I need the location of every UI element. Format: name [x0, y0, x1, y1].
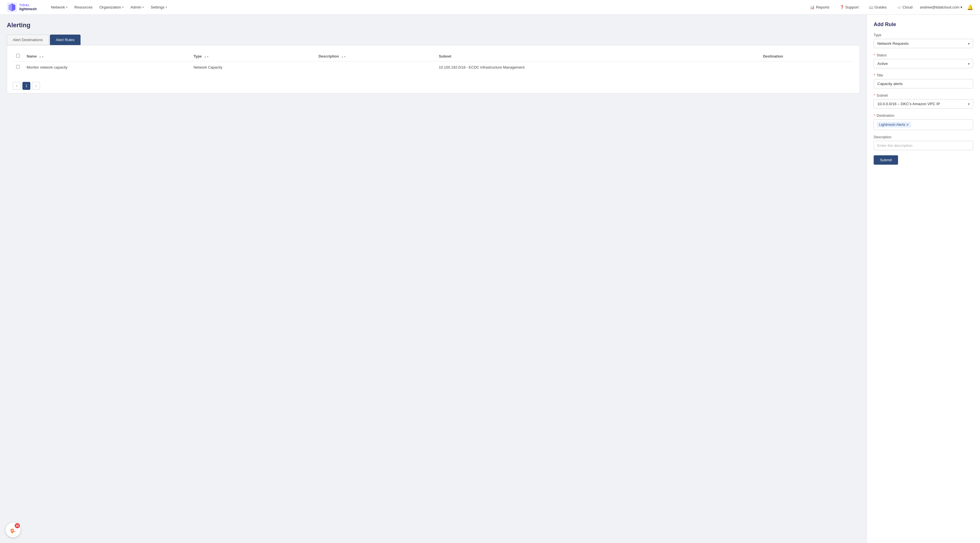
row-subnet: 10.100.192.0/18 - ECDC Infrastructure Ma…	[436, 62, 760, 73]
destination-field-group: * Destination Lightmesh Alerts ×	[873, 114, 973, 130]
table-container: Name ▲▼ Type ▲▼ Description ▲▼	[7, 45, 860, 94]
right-panel: Add Rule Type Network Requests Network C…	[867, 15, 980, 543]
col-subnet: Subnet	[436, 51, 760, 62]
logo-lightmesh-text: lightmesh	[19, 7, 37, 11]
chevron-down-icon: ▾	[142, 6, 144, 9]
navbar: tidal lightmesh Network ▾ Resources Orga…	[0, 0, 980, 15]
subnet-select[interactable]: 10.0.0.0/16 – DKC's Amazon VPC IP 10.100…	[873, 99, 973, 108]
title-input[interactable]	[873, 79, 973, 89]
chevron-down-icon: ▾	[122, 6, 124, 9]
col-destination: Destination	[760, 51, 854, 62]
alert-rules-table: Name ▲▼ Type ▲▼ Description ▲▼	[13, 51, 854, 73]
nav-user[interactable]: andrew@tidalcloud.com ▾	[920, 5, 963, 10]
logo[interactable]: tidal lightmesh	[7, 2, 37, 13]
row-destination	[760, 62, 854, 73]
col-name: Name ▲▼	[23, 51, 190, 62]
table-inner: Name ▲▼ Type ▲▼ Description ▲▼	[7, 45, 859, 78]
subnet-field-group: * Subnet 10.0.0.0/16 – DKC's Amazon VPC …	[873, 94, 973, 108]
description-label: Description	[873, 135, 973, 139]
type-label: Type	[873, 33, 973, 37]
notifications-icon[interactable]: 🔔	[967, 4, 973, 11]
select-all-checkbox[interactable]	[16, 54, 20, 57]
status-field-group: * Status Active Inactive	[873, 53, 973, 68]
col-type: Type ▲▼	[190, 51, 315, 62]
title-field-group: * Title	[873, 73, 973, 89]
g2-badge[interactable]: g. 25	[6, 522, 21, 537]
nav-reports[interactable]: Reports	[807, 3, 832, 11]
type-field-group: Type Network Requests Network Capacity C…	[873, 33, 973, 48]
status-select-wrapper: Active Inactive	[873, 59, 973, 68]
left-panel: Alerting Alert Destinations Alert Rules	[0, 15, 867, 543]
subnet-label: * Subnet	[873, 94, 973, 97]
status-select[interactable]: Active Inactive	[873, 59, 973, 68]
page-1-button[interactable]: 1	[22, 82, 30, 90]
nav-network[interactable]: Network ▾	[48, 3, 70, 11]
row-name: Monitor network capacity	[23, 62, 190, 73]
chevron-down-icon: ▾	[165, 6, 167, 9]
chevron-down-icon: ▾	[961, 5, 963, 10]
pagination: ‹ 1 ›	[7, 78, 859, 93]
nav-admin[interactable]: Admin ▾	[127, 3, 146, 11]
page-title: Alerting	[7, 22, 860, 29]
tag-remove-button[interactable]: ×	[906, 123, 908, 127]
sort-icon[interactable]: ▲▼	[341, 56, 346, 58]
panel-title: Add Rule	[873, 22, 973, 27]
main-container: Alerting Alert Destinations Alert Rules	[0, 15, 980, 543]
chevron-down-icon: ▾	[66, 6, 67, 9]
destination-label: * Destination	[873, 114, 973, 117]
description-field-group: Description	[873, 135, 973, 150]
destination-tag: Lightmesh Alerts ×	[877, 122, 911, 127]
status-label: * Status	[873, 53, 973, 57]
title-label: * Title	[873, 73, 973, 77]
tab-alert-rules[interactable]: Alert Rules	[50, 35, 81, 45]
subnet-select-wrapper: 10.0.0.0/16 – DKC's Amazon VPC IP 10.100…	[873, 99, 973, 108]
nav-resources[interactable]: Resources	[72, 3, 95, 11]
col-description: Description ▲▼	[315, 51, 435, 62]
next-page-button[interactable]: ›	[32, 82, 40, 90]
submit-button[interactable]: Submit	[873, 155, 898, 165]
description-input[interactable]	[873, 141, 973, 150]
nav-organization[interactable]: Organization ▾	[96, 3, 126, 11]
type-select-wrapper: Network Requests Network Capacity CPU Us…	[873, 39, 973, 48]
logo-tidal-text: tidal	[19, 3, 37, 7]
nav-right: Reports Support Guides Cloud andrew@tida…	[807, 3, 973, 11]
sort-icon[interactable]: ▲▼	[39, 56, 44, 58]
sort-icon[interactable]: ▲▼	[204, 56, 209, 58]
nav-settings[interactable]: Settings ▾	[148, 3, 170, 11]
logo-icon	[7, 2, 17, 13]
prev-page-button[interactable]: ‹	[13, 82, 21, 90]
type-select[interactable]: Network Requests Network Capacity CPU Us…	[873, 39, 973, 48]
nav-cloud[interactable]: Cloud	[894, 3, 915, 11]
nav-support[interactable]: Support	[837, 3, 861, 11]
row-description	[315, 62, 435, 73]
g2-count: 25	[15, 523, 20, 528]
nav-items: Network ▾ Resources Organization ▾ Admin…	[48, 3, 807, 11]
table-row: Monitor network capacity Network Capacit…	[13, 62, 854, 73]
nav-guides[interactable]: Guides	[866, 3, 889, 11]
destination-input[interactable]: Lightmesh Alerts ×	[873, 119, 973, 130]
row-type: Network Capacity	[190, 62, 315, 73]
row-checkbox[interactable]	[16, 65, 20, 68]
tabs: Alert Destinations Alert Rules	[7, 35, 860, 45]
tab-alert-destinations[interactable]: Alert Destinations	[7, 35, 49, 45]
